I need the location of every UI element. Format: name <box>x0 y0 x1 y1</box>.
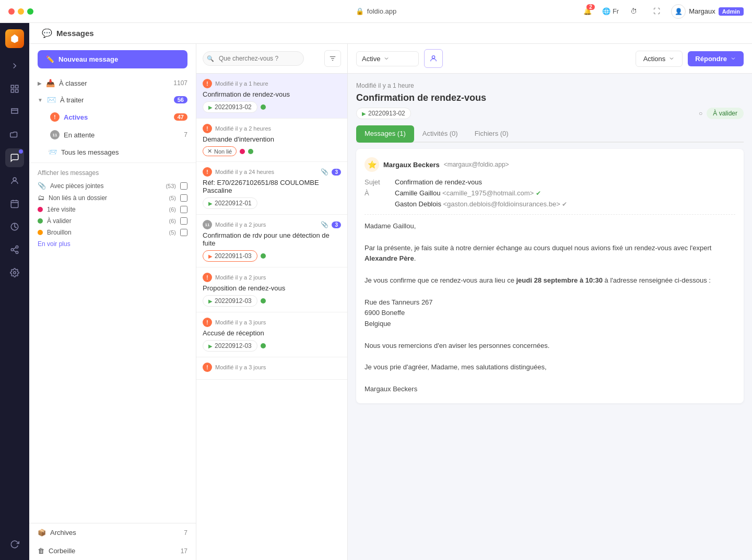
filter-checkbox-pieces[interactable] <box>180 182 187 190</box>
filter-checkbox-premiere-visite[interactable] <box>180 206 187 213</box>
filter-non-lies[interactable]: 🗂 Non liés à un dossier (5) <box>38 192 187 204</box>
sidebar-item-archives[interactable]: 📦 Archives 7 <box>29 523 196 542</box>
sidebar-item-en-attente[interactable]: 11 En attente 7 <box>42 126 196 144</box>
non-lie-tag: ✕ Non lié <box>203 146 237 156</box>
message-item-6[interactable]: ! Modifié il y a 3 jours Accusé de récep… <box>196 312 347 357</box>
sidebar: ✏️ Nouveau message ▶ 📥 À classer 1107 ▼ … <box>29 44 196 560</box>
validate-button[interactable]: À valider <box>707 108 744 119</box>
filter-premiere-visite[interactable]: 1ère visite (6) <box>38 204 187 215</box>
person-button[interactable] <box>424 49 443 68</box>
new-message-button[interactable]: ✏️ Nouveau message <box>38 50 187 68</box>
messages-filter-button[interactable] <box>324 50 341 67</box>
message-item-2[interactable]: ! Modifié il y a 2 heures Demande d'inte… <box>196 119 347 162</box>
sidebar-item-a-traiter[interactable]: ▼ ✉️ À traiter 56 <box>29 91 196 108</box>
tab-activites[interactable]: Activités (0) <box>414 125 466 143</box>
message-item-7[interactable]: ! Modifié il y a 3 jours <box>196 357 347 380</box>
lock-icon: 🔒 <box>356 7 364 15</box>
nav-users-icon[interactable] <box>5 171 24 190</box>
svg-rect-3 <box>11 90 14 92</box>
msg-dot-4 <box>261 253 266 259</box>
message-item-4[interactable]: 11 Modifié il y a 2 jours 📎 3 Confirmati… <box>196 215 347 267</box>
cc-check-icon: ✔ <box>562 201 567 208</box>
mail-icon: ✉️ <box>47 96 56 104</box>
email-to-field: À Camille Gaillou <camille_1975@hotmail.… <box>365 189 735 197</box>
app-logo <box>5 29 24 48</box>
ticket-row: ▶ 20220913-02 ○ À valider <box>356 108 744 119</box>
fullscreen-icon[interactable]: ⛶ <box>648 3 665 20</box>
nav-share-icon[interactable] <box>5 240 24 259</box>
nav-folder-icon[interactable] <box>5 125 24 144</box>
nav-sync-icon[interactable] <box>5 535 24 554</box>
filter-avec-pieces-jointes[interactable]: 📎 Avec pièces jointes (53) <box>38 180 187 192</box>
msg-dot-pink-2 <box>240 149 245 154</box>
ref-text-4: 20220911-03 <box>215 252 252 260</box>
circle-icon: ○ <box>699 110 702 117</box>
nav-inbox-icon[interactable] <box>5 102 24 121</box>
close-button[interactable] <box>8 8 15 15</box>
maximize-button[interactable] <box>27 8 33 15</box>
filter-section-title: Afficher les messages <box>38 169 187 177</box>
play-icon-6: ▶ <box>208 343 213 349</box>
page-title: Messages <box>56 29 94 38</box>
filter-checkbox-brouillon[interactable] <box>180 229 187 236</box>
app-body: 💬 Messages ✏️ Nouveau message ▶ 📥 À clas… <box>0 23 752 560</box>
svg-rect-4 <box>16 90 18 92</box>
sidebar-item-tous-messages[interactable]: 📨 Tous les messages <box>29 144 196 160</box>
tab-messages[interactable]: Messages (1) <box>356 125 414 143</box>
detail-toolbar: Active Actions Répondre <box>348 44 752 74</box>
sidebar-item-a-classer[interactable]: ▶ 📥 À classer 1107 <box>29 75 196 91</box>
attach-icon-4: 📎 <box>321 221 328 228</box>
messages-nav-badge <box>19 149 23 154</box>
filter-a-valider[interactable]: À valider (6) <box>38 215 187 227</box>
msg-time-4: Modifié il y a 2 jours <box>215 221 266 228</box>
urgency-badge-6: ! <box>203 318 212 327</box>
msg-time-5: Modifié il y a 2 jours <box>215 274 266 281</box>
nav-expand-icon[interactable] <box>5 56 24 75</box>
language-label: Fr <box>613 7 619 15</box>
message-item-3[interactable]: ! Modifié il y a 24 heures 📎 3 Réf: E70/… <box>196 162 347 215</box>
filter-checkbox-a-valider[interactable] <box>180 217 187 225</box>
minimize-button[interactable] <box>18 8 24 15</box>
messages-panel: ! Modifié il y a 1 heure Confirmation de… <box>196 44 348 560</box>
nav-dashboard-icon[interactable] <box>5 79 24 98</box>
ref-text-3: 20220912-01 <box>215 200 252 207</box>
sidebar-bottom: 📦 Archives 7 🗑 Corbeille 17 <box>29 523 196 560</box>
nav-messages-icon[interactable] <box>5 148 24 167</box>
user-menu[interactable]: 👤 Margaux Admin <box>671 4 744 19</box>
urgency-badge-7: ! <box>203 363 212 372</box>
actions-button[interactable]: Actions <box>636 51 683 67</box>
msg-title-3: Réf: E70/2267102651/88 COULOMBE Pascalin… <box>203 179 341 194</box>
message-item-1[interactable]: ! Modifié il y a 1 heure Confirmation de… <box>196 74 347 119</box>
sidebar-item-corbeille[interactable]: 🗑 Corbeille 17 <box>29 542 196 560</box>
person-icon <box>429 54 438 63</box>
nav-calendar-icon[interactable] <box>5 194 24 213</box>
filter-brouillon[interactable]: Brouillon (5) <box>38 227 187 238</box>
messages-search-input[interactable] <box>203 51 304 66</box>
reply-button[interactable]: Répondre <box>688 51 744 66</box>
clock-icon[interactable]: ⏱ <box>625 3 642 20</box>
svg-point-16 <box>14 272 16 274</box>
urgency-badge-1: ! <box>203 79 212 88</box>
urgency-badge-3: ! <box>203 167 212 177</box>
detail-play-icon: ▶ <box>362 111 366 116</box>
messages-list: ! Modifié il y a 1 heure Confirmation de… <box>196 74 347 560</box>
nav-settings-icon[interactable] <box>5 263 24 282</box>
see-more-link[interactable]: En voir plus <box>38 238 187 250</box>
email-avatar: ⭐ <box>365 157 379 172</box>
email-date: jeudi 28 septembre à 10:30 <box>516 276 603 284</box>
nav-analytics-icon[interactable] <box>5 217 24 236</box>
filter-checkbox-non-lies[interactable] <box>180 194 187 202</box>
email-subject-field: Sujet Confirmation de rendez-vous <box>365 178 735 186</box>
msg-meta-1: ! Modifié il y a 1 heure <box>203 79 341 88</box>
main-content: ✏️ Nouveau message ▶ 📥 À classer 1107 ▼ … <box>29 44 752 560</box>
tab-fichiers[interactable]: Fichiers (0) <box>466 125 517 143</box>
status-selector[interactable]: Active <box>356 51 419 66</box>
window-title: foldio.app <box>367 7 396 15</box>
language-selector[interactable]: 🌐 Fr <box>602 7 619 15</box>
username: Margaux <box>689 7 715 15</box>
sidebar-item-actives[interactable]: ! Actives 47 <box>42 108 196 126</box>
notification-icon[interactable]: 🔔 2 <box>579 3 596 20</box>
msg-title-6: Accusé de réception <box>203 329 341 337</box>
message-item-5[interactable]: ! Modifié il y a 2 jours Proposition de … <box>196 267 347 312</box>
email-thanks: Nous vous remercions d'en aviser les per… <box>365 341 735 352</box>
